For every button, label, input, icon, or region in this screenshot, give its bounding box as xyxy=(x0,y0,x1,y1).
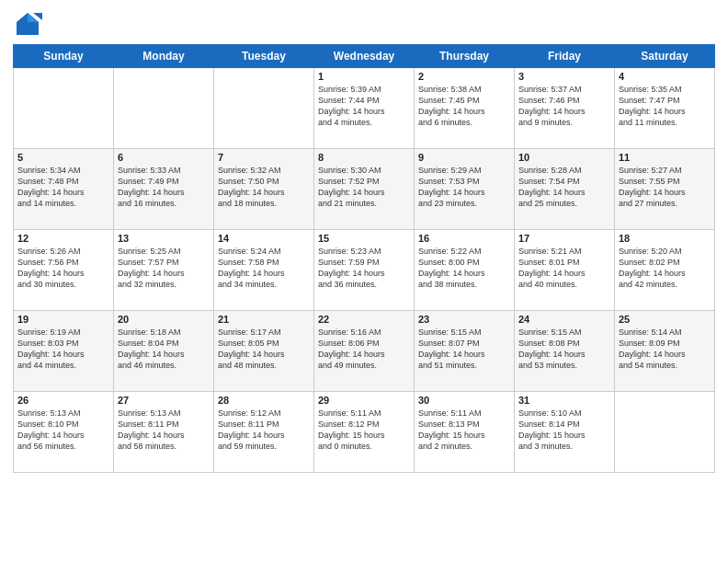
calendar: SundayMondayTuesdayWednesdayThursdayFrid… xyxy=(13,44,715,473)
day-number: 1 xyxy=(318,71,410,82)
day-info: Sunrise: 5:28 AM Sunset: 7:54 PM Dayligh… xyxy=(518,165,610,210)
day-header-wednesday: Wednesday xyxy=(314,45,415,68)
day-header-sunday: Sunday xyxy=(14,45,114,68)
day-info: Sunrise: 5:19 AM Sunset: 8:03 PM Dayligh… xyxy=(17,327,109,372)
day-number: 15 xyxy=(318,233,410,244)
day-number: 27 xyxy=(118,395,210,406)
day-info: Sunrise: 5:27 AM Sunset: 7:55 PM Dayligh… xyxy=(619,165,711,210)
day-info: Sunrise: 5:37 AM Sunset: 7:46 PM Dayligh… xyxy=(518,84,610,129)
week-row-4: 26Sunrise: 5:13 AM Sunset: 8:10 PM Dayli… xyxy=(14,392,715,473)
day-info: Sunrise: 5:14 AM Sunset: 8:09 PM Dayligh… xyxy=(619,327,711,372)
calendar-cell: 31Sunrise: 5:10 AM Sunset: 8:14 PM Dayli… xyxy=(515,392,615,473)
day-info: Sunrise: 5:38 AM Sunset: 7:45 PM Dayligh… xyxy=(418,84,510,129)
calendar-cell: 11Sunrise: 5:27 AM Sunset: 7:55 PM Dayli… xyxy=(615,149,715,230)
day-number: 11 xyxy=(619,152,711,163)
day-info: Sunrise: 5:26 AM Sunset: 7:56 PM Dayligh… xyxy=(17,246,109,291)
day-info: Sunrise: 5:39 AM Sunset: 7:44 PM Dayligh… xyxy=(318,84,410,129)
calendar-cell xyxy=(615,392,715,473)
calendar-cell: 3Sunrise: 5:37 AM Sunset: 7:46 PM Daylig… xyxy=(515,68,615,149)
day-number: 13 xyxy=(118,233,210,244)
day-number: 25 xyxy=(619,314,711,325)
day-info: Sunrise: 5:13 AM Sunset: 8:11 PM Dayligh… xyxy=(118,408,210,453)
week-row-0: 1Sunrise: 5:39 AM Sunset: 7:44 PM Daylig… xyxy=(14,68,715,149)
calendar-cell: 4Sunrise: 5:35 AM Sunset: 7:47 PM Daylig… xyxy=(615,68,715,149)
calendar-cell: 6Sunrise: 5:33 AM Sunset: 7:49 PM Daylig… xyxy=(114,149,214,230)
calendar-cell: 12Sunrise: 5:26 AM Sunset: 7:56 PM Dayli… xyxy=(14,230,114,311)
day-number: 5 xyxy=(17,152,109,163)
calendar-cell xyxy=(114,68,214,149)
calendar-cell: 13Sunrise: 5:25 AM Sunset: 7:57 PM Dayli… xyxy=(114,230,214,311)
day-number: 31 xyxy=(518,395,610,406)
day-number: 7 xyxy=(218,152,310,163)
calendar-cell: 16Sunrise: 5:22 AM Sunset: 8:00 PM Dayli… xyxy=(415,230,515,311)
day-number: 2 xyxy=(418,71,510,82)
logo-icon xyxy=(13,9,42,39)
day-info: Sunrise: 5:18 AM Sunset: 8:04 PM Dayligh… xyxy=(118,327,210,372)
day-number: 8 xyxy=(318,152,410,163)
calendar-cell: 14Sunrise: 5:24 AM Sunset: 7:58 PM Dayli… xyxy=(214,230,314,311)
day-info: Sunrise: 5:12 AM Sunset: 8:11 PM Dayligh… xyxy=(218,408,310,453)
day-number: 24 xyxy=(518,314,610,325)
calendar-cell xyxy=(214,68,314,149)
day-number: 23 xyxy=(418,314,510,325)
calendar-cell: 17Sunrise: 5:21 AM Sunset: 8:01 PM Dayli… xyxy=(515,230,615,311)
day-info: Sunrise: 5:35 AM Sunset: 7:47 PM Dayligh… xyxy=(619,84,711,129)
day-number: 28 xyxy=(218,395,310,406)
day-header-friday: Friday xyxy=(515,45,615,68)
day-number: 14 xyxy=(218,233,310,244)
day-info: Sunrise: 5:29 AM Sunset: 7:53 PM Dayligh… xyxy=(418,165,510,210)
day-info: Sunrise: 5:25 AM Sunset: 7:57 PM Dayligh… xyxy=(118,246,210,291)
calendar-cell xyxy=(14,68,114,149)
day-info: Sunrise: 5:13 AM Sunset: 8:10 PM Dayligh… xyxy=(17,408,109,453)
day-info: Sunrise: 5:33 AM Sunset: 7:49 PM Dayligh… xyxy=(118,165,210,210)
day-info: Sunrise: 5:16 AM Sunset: 8:06 PM Dayligh… xyxy=(318,327,410,372)
calendar-cell: 27Sunrise: 5:13 AM Sunset: 8:11 PM Dayli… xyxy=(114,392,214,473)
day-info: Sunrise: 5:17 AM Sunset: 8:05 PM Dayligh… xyxy=(218,327,310,372)
week-row-1: 5Sunrise: 5:34 AM Sunset: 7:48 PM Daylig… xyxy=(14,149,715,230)
week-row-3: 19Sunrise: 5:19 AM Sunset: 8:03 PM Dayli… xyxy=(14,311,715,392)
calendar-cell: 29Sunrise: 5:11 AM Sunset: 8:12 PM Dayli… xyxy=(314,392,415,473)
header-row: SundayMondayTuesdayWednesdayThursdayFrid… xyxy=(14,45,715,68)
day-info: Sunrise: 5:32 AM Sunset: 7:50 PM Dayligh… xyxy=(218,165,310,210)
calendar-cell: 26Sunrise: 5:13 AM Sunset: 8:10 PM Dayli… xyxy=(14,392,114,473)
calendar-cell: 5Sunrise: 5:34 AM Sunset: 7:48 PM Daylig… xyxy=(14,149,114,230)
day-header-monday: Monday xyxy=(114,45,214,68)
calendar-cell: 22Sunrise: 5:16 AM Sunset: 8:06 PM Dayli… xyxy=(314,311,415,392)
calendar-cell: 9Sunrise: 5:29 AM Sunset: 7:53 PM Daylig… xyxy=(415,149,515,230)
calendar-cell: 21Sunrise: 5:17 AM Sunset: 8:05 PM Dayli… xyxy=(214,311,314,392)
day-header-thursday: Thursday xyxy=(415,45,515,68)
day-header-saturday: Saturday xyxy=(615,45,715,68)
day-number: 26 xyxy=(17,395,109,406)
day-header-tuesday: Tuesday xyxy=(214,45,314,68)
day-number: 16 xyxy=(418,233,510,244)
calendar-cell: 20Sunrise: 5:18 AM Sunset: 8:04 PM Dayli… xyxy=(114,311,214,392)
logo xyxy=(13,9,46,39)
day-info: Sunrise: 5:15 AM Sunset: 8:07 PM Dayligh… xyxy=(418,327,510,372)
calendar-cell: 24Sunrise: 5:15 AM Sunset: 8:08 PM Dayli… xyxy=(515,311,615,392)
day-number: 10 xyxy=(518,152,610,163)
calendar-cell: 28Sunrise: 5:12 AM Sunset: 8:11 PM Dayli… xyxy=(214,392,314,473)
calendar-cell: 10Sunrise: 5:28 AM Sunset: 7:54 PM Dayli… xyxy=(515,149,615,230)
calendar-cell: 15Sunrise: 5:23 AM Sunset: 7:59 PM Dayli… xyxy=(314,230,415,311)
day-number: 12 xyxy=(17,233,109,244)
calendar-cell: 18Sunrise: 5:20 AM Sunset: 8:02 PM Dayli… xyxy=(615,230,715,311)
day-number: 17 xyxy=(518,233,610,244)
day-number: 9 xyxy=(418,152,510,163)
day-number: 19 xyxy=(17,314,109,325)
day-number: 3 xyxy=(518,71,610,82)
calendar-cell: 1Sunrise: 5:39 AM Sunset: 7:44 PM Daylig… xyxy=(314,68,415,149)
header xyxy=(13,9,715,39)
day-info: Sunrise: 5:15 AM Sunset: 8:08 PM Dayligh… xyxy=(518,327,610,372)
calendar-cell: 19Sunrise: 5:19 AM Sunset: 8:03 PM Dayli… xyxy=(14,311,114,392)
day-info: Sunrise: 5:30 AM Sunset: 7:52 PM Dayligh… xyxy=(318,165,410,210)
page: SundayMondayTuesdayWednesdayThursdayFrid… xyxy=(0,0,728,563)
day-info: Sunrise: 5:34 AM Sunset: 7:48 PM Dayligh… xyxy=(17,165,109,210)
calendar-cell: 30Sunrise: 5:11 AM Sunset: 8:13 PM Dayli… xyxy=(415,392,515,473)
calendar-cell: 7Sunrise: 5:32 AM Sunset: 7:50 PM Daylig… xyxy=(214,149,314,230)
day-number: 4 xyxy=(619,71,711,82)
day-info: Sunrise: 5:11 AM Sunset: 8:13 PM Dayligh… xyxy=(418,408,510,453)
day-info: Sunrise: 5:10 AM Sunset: 8:14 PM Dayligh… xyxy=(518,408,610,453)
week-row-2: 12Sunrise: 5:26 AM Sunset: 7:56 PM Dayli… xyxy=(14,230,715,311)
calendar-cell: 2Sunrise: 5:38 AM Sunset: 7:45 PM Daylig… xyxy=(415,68,515,149)
calendar-cell: 23Sunrise: 5:15 AM Sunset: 8:07 PM Dayli… xyxy=(415,311,515,392)
